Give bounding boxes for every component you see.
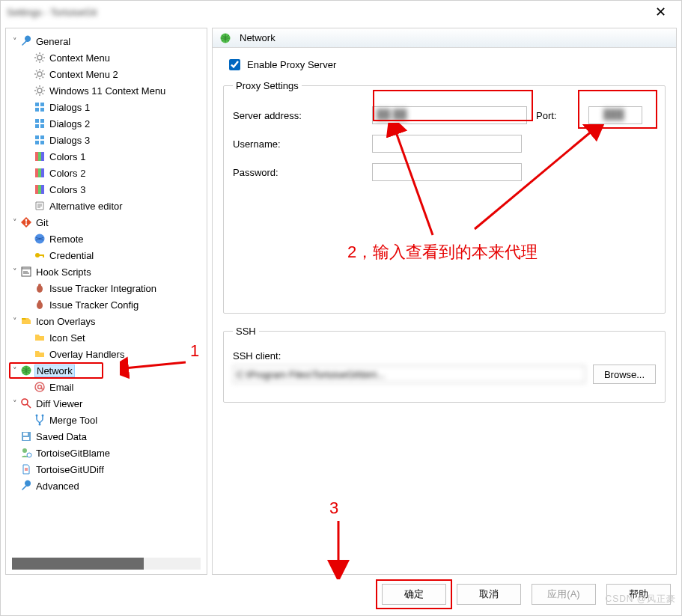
client-area: ˅ General Context MenuContext Menu 2Wind… (1, 23, 681, 579)
collapse-icon[interactable]: ˅ (10, 366, 19, 376)
tree-alternative-editor[interactable]: Alternative editor (24, 198, 205, 214)
svg-point-1 (37, 72, 42, 76)
panel-header: Network (213, 28, 676, 48)
tree-general[interactable]: ˅ General (10, 33, 205, 49)
apply-button[interactable]: 应用(A) (532, 584, 596, 605)
tree-issue-tracker-config[interactable]: Issue Tracker Config (24, 296, 205, 313)
tree-udiff[interactable]: TortoiseGitUDiff (10, 461, 205, 478)
server-address-label: Server address: (233, 110, 368, 121)
tree-win11-context-menu[interactable]: Windows 11 Context Menu (24, 82, 205, 99)
magnifier-icon (19, 397, 33, 410)
svg-rect-44 (23, 433, 28, 436)
password-label: Password: (233, 167, 368, 178)
annotation-arrow-3 (323, 519, 353, 579)
collapse-icon[interactable]: ˅ (10, 399, 19, 409)
tree-dialogs-3[interactable]: Dialogs 3 (24, 132, 205, 148)
svg-rect-26 (25, 220, 26, 225)
tree-label: Issue Tracker Config (48, 299, 140, 311)
tree-icon-overlays[interactable]: ˅ Icon Overlays (10, 313, 205, 329)
dialog-buttons: 确定 取消 应用(A) 帮助 (1, 579, 681, 615)
tree-context-menu-2[interactable]: Context Menu 2 (24, 66, 205, 82)
tree-network[interactable]: ˅ Network (9, 362, 103, 379)
tree-colors-3[interactable]: Colors 3 (24, 181, 205, 198)
server-address-input[interactable] (372, 106, 527, 124)
ssh-client-input[interactable] (233, 365, 585, 383)
collapse-icon[interactable]: ˅ (10, 267, 19, 277)
script-icon (19, 265, 33, 278)
tree-git[interactable]: ˅ Git (10, 214, 205, 231)
windows-icon (33, 117, 46, 130)
tree-overlay-handlers[interactable]: Overlay Handlers (24, 346, 205, 362)
tree-panel: ˅ General Context MenuContext Menu 2Wind… (5, 28, 207, 575)
tree-colors-2[interactable]: Colors 2 (24, 165, 205, 181)
svg-rect-17 (41, 152, 44, 161)
git-icon (19, 216, 33, 229)
disk-icon (19, 430, 33, 443)
svg-rect-13 (35, 141, 39, 144)
collapse-icon[interactable]: ˅ (10, 218, 19, 228)
window-title: Settings - TortoiseGit (7, 7, 97, 18)
ok-button[interactable]: 确定 (382, 584, 446, 605)
svg-rect-6 (40, 108, 44, 112)
svg-rect-10 (40, 124, 44, 128)
merge-icon (33, 413, 46, 427)
settings-tree[interactable]: ˅ General Context MenuContext Menu 2Wind… (6, 28, 207, 556)
windows-icon (33, 133, 46, 147)
tree-label: TortoiseGitBlame (34, 448, 112, 459)
svg-rect-5 (35, 108, 39, 112)
browse-button[interactable]: Browse... (593, 365, 656, 384)
svg-rect-19 (38, 168, 41, 177)
tree-advanced[interactable]: Advanced (10, 478, 205, 494)
overlay-icon (19, 314, 33, 328)
tree-blame[interactable]: TortoiseGitBlame (10, 445, 205, 461)
svg-point-47 (27, 453, 31, 457)
gear-icon (33, 84, 46, 97)
proxy-legend: Proxy Settings (233, 80, 302, 91)
tree-dialogs-2[interactable]: Dialogs 2 (24, 115, 205, 132)
key-icon (33, 248, 46, 262)
tree-label: Colors 1 (48, 151, 87, 162)
tree-credential[interactable]: Credential (24, 247, 205, 263)
wrench-icon (19, 479, 33, 493)
svg-point-37 (35, 382, 44, 391)
gear-icon (33, 51, 46, 64)
cancel-button[interactable]: 取消 (457, 584, 521, 605)
collapse-icon[interactable]: ˅ (10, 317, 19, 326)
tree-dialogs-1[interactable]: Dialogs 1 (24, 99, 205, 115)
svg-rect-14 (40, 141, 44, 144)
enable-proxy-checkbox[interactable] (229, 59, 240, 70)
tree-issue-tracker-integration[interactable]: Issue Tracker Integration (24, 280, 205, 296)
ssh-legend: SSH (233, 326, 259, 337)
username-label: Username: (233, 138, 368, 150)
colors-icon (33, 150, 46, 163)
close-icon[interactable]: ✕ (646, 4, 675, 20)
folder-icon (33, 347, 46, 361)
help-button[interactable]: 帮助 (606, 584, 671, 605)
svg-rect-16 (38, 152, 41, 161)
tree-label: TortoiseGitUDiff (34, 464, 106, 475)
tree-diff[interactable]: ˅ Diff Viewer (10, 395, 205, 412)
tree-hook[interactable]: ˅ Hook Scripts (10, 263, 205, 280)
port-input[interactable] (588, 106, 642, 124)
tree-label: Icon Overlays (34, 316, 97, 327)
tree-merge-tool[interactable]: Merge Tool (24, 412, 205, 428)
tree-remote[interactable]: Remote (24, 231, 205, 247)
svg-rect-30 (43, 254, 44, 257)
tree-colors-1[interactable]: Colors 1 (24, 148, 205, 165)
tree-label: Saved Data (34, 431, 88, 442)
svg-rect-3 (35, 103, 39, 106)
tree-label: Context Menu 2 (48, 69, 120, 80)
svg-rect-22 (38, 185, 41, 194)
tree-icon-set[interactable]: Icon Set (24, 329, 205, 346)
tree-label: Dialogs 3 (48, 135, 91, 146)
tree-label: Context Menu (48, 52, 112, 64)
password-input[interactable] (372, 163, 522, 181)
tree-context-menu[interactable]: Context Menu (24, 49, 205, 66)
panel-title: Network (240, 32, 275, 43)
port-label: Port: (532, 110, 584, 121)
tree-horizontal-scrollbar[interactable] (12, 558, 201, 570)
tree-email[interactable]: Email (24, 379, 205, 395)
tree-saved-data[interactable]: Saved Data (10, 428, 205, 445)
collapse-icon[interactable]: ˅ (10, 37, 19, 46)
username-input[interactable] (372, 135, 522, 153)
